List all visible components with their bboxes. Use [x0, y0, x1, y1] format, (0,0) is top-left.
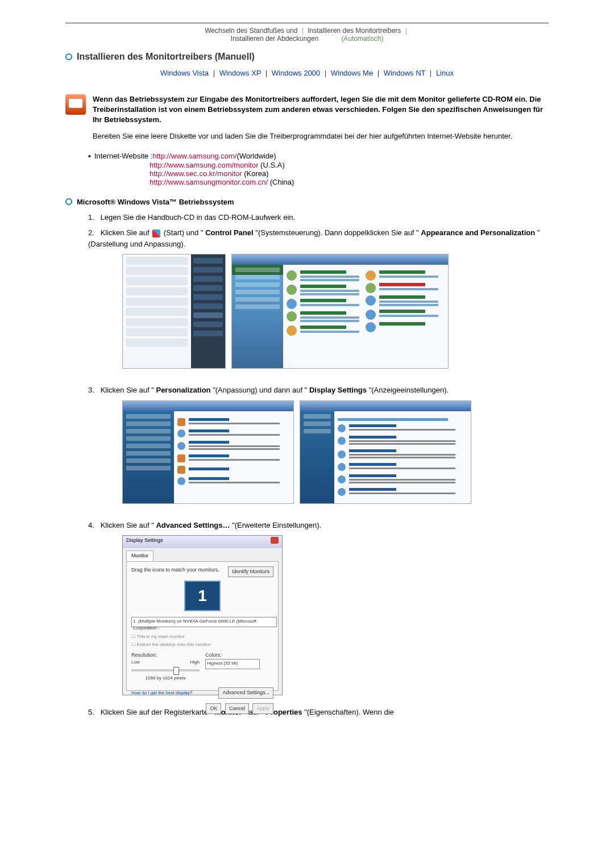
colors-label: Colors:: [205, 652, 273, 660]
step-text: Klicken Sie auf ": [101, 386, 154, 394]
top-link-left1[interactable]: Wechseln des Standfußes und: [205, 27, 297, 35]
bullet-dot-icon: •: [88, 152, 91, 161]
section-bullet-icon: [65, 53, 72, 60]
check-extend-desktop: ☐ Extend the desktop onto this monitor: [131, 641, 273, 648]
drag-instruction: Drag the icons to match your monitors.: [131, 566, 219, 574]
slider-low: Low: [131, 659, 140, 666]
step-text: (Start) und ": [164, 228, 204, 237]
step-text: "(Anpassung) und dann auf ": [213, 386, 307, 394]
resolution-value: 1280 by 1024 pixels: [131, 675, 200, 682]
monitor-select[interactable]: 1. (Multiple Monitors) on NVIDIA GeForce…: [131, 617, 277, 627]
subsection-bullet-icon: [65, 198, 72, 205]
help-link[interactable]: How do I get the best display?: [131, 690, 192, 696]
intro-bold-text: Wenn das Betriebssystem zur Eingabe des …: [93, 94, 549, 126]
top-breadcrumb: Wechseln des Standfußes und | Installier…: [65, 23, 549, 46]
website-label: Internet-Website :: [94, 152, 152, 161]
resolution-slider[interactable]: [131, 669, 200, 671]
top-link-right2: (Automatisch): [341, 35, 383, 43]
screenshot-personalization-1: [122, 400, 294, 504]
website-suffix: (U.S.A): [260, 161, 285, 169]
step-1: 1. Legen Sie die Handbuch-CD in das CD-R…: [88, 212, 549, 223]
website-list: • Internet-Website : http://www.samsung.…: [88, 152, 549, 186]
step-4: 4. Klicken Sie auf " Advanced Settings… …: [88, 520, 549, 531]
link-windows-me[interactable]: Windows Me: [331, 69, 373, 77]
screenshot-display-settings: Display Settings Monitor Drag the icons …: [122, 535, 283, 695]
step-text: Klicken Sie auf: [101, 228, 152, 237]
identify-monitors-button[interactable]: Identify Monitors: [228, 566, 273, 578]
colors-select[interactable]: Highest (32 bit): [205, 659, 260, 669]
pipe: |: [302, 27, 304, 35]
step-text: Klicken Sie auf ": [101, 521, 154, 529]
intro-plain-text: Bereiten Sie eine leere Diskette vor und…: [93, 131, 549, 141]
step-3: 3. Klicken Sie auf " Personalization "(A…: [88, 385, 549, 396]
apply-button[interactable]: Apply: [252, 703, 273, 715]
pipe: |: [405, 27, 407, 35]
website-url[interactable]: http://www.sec.co.kr/monitor: [150, 169, 242, 178]
screenshot-start-menu: [122, 254, 226, 369]
step-bold: Display Settings: [309, 386, 367, 394]
advanced-settings-button[interactable]: Advanced Settings...: [218, 687, 273, 699]
monitor-preview[interactable]: 1: [184, 581, 221, 611]
screenshot-personalization-2: [300, 400, 471, 504]
cdrom-icon: [65, 94, 86, 115]
close-icon[interactable]: [271, 537, 279, 544]
top-link-right1[interactable]: Installieren des Monitortreibers: [308, 27, 401, 35]
link-windows-2000[interactable]: Windows 2000: [272, 69, 320, 77]
link-windows-vista[interactable]: Windows Vista: [160, 69, 209, 77]
windows-start-icon: [152, 229, 160, 237]
website-url[interactable]: http://www.samsung.com/: [152, 152, 237, 161]
website-suffix: (Korea): [244, 169, 268, 178]
link-windows-nt[interactable]: Windows NT: [384, 69, 425, 77]
ok-button[interactable]: OK: [206, 703, 221, 715]
dialog-title: Display Settings: [126, 537, 163, 547]
website-suffix: (China): [270, 178, 294, 186]
step-text: "(Erweiterte Einstellungen).: [232, 521, 321, 529]
step-text: "(Anzeigeeinstellungen).: [369, 386, 449, 394]
os-link-row: Windows Vista | Windows XP | Windows 200…: [65, 69, 549, 77]
step-bold: Personalization: [156, 386, 210, 394]
screenshot-control-panel: [231, 254, 449, 369]
link-windows-xp[interactable]: Windows XP: [219, 69, 261, 77]
website-url[interactable]: http://www.samsungmonitor.com.cn/: [150, 178, 268, 186]
step-text: "(Systemsteuerung). Dann doppelklicken S…: [255, 228, 418, 237]
slider-high: High: [190, 659, 200, 666]
step-2: 2. Klicken Sie auf (Start) und " Control…: [88, 227, 549, 249]
subsection-title: Microsoft® Windows Vista™ Betriebssystem: [77, 198, 234, 206]
cancel-button[interactable]: Cancel: [225, 703, 249, 715]
page-title: Installieren des Monitortreibers (Manuel…: [77, 52, 255, 62]
step-bold: Advanced Settings…: [156, 521, 230, 529]
website-url[interactable]: http://www.samsung.com/monitor: [150, 161, 258, 169]
dialog-tab-monitor[interactable]: Monitor: [126, 550, 154, 561]
website-suffix: (Worldwide): [237, 152, 276, 161]
link-linux[interactable]: Linux: [436, 69, 454, 77]
step-bold: Control Panel: [205, 228, 254, 237]
step-text: "(Eigenschaften). Wenn die: [304, 708, 394, 716]
top-link-left2[interactable]: Installieren der Abdeckungen: [231, 35, 319, 43]
check-main-monitor: ☐ This is my main monitor: [131, 633, 273, 640]
step-bold: Appearance and Personalization: [421, 228, 535, 237]
resolution-label: Resolution:: [131, 652, 200, 660]
step-text: Legen Sie die Handbuch-CD in das CD-ROM-…: [101, 213, 296, 222]
